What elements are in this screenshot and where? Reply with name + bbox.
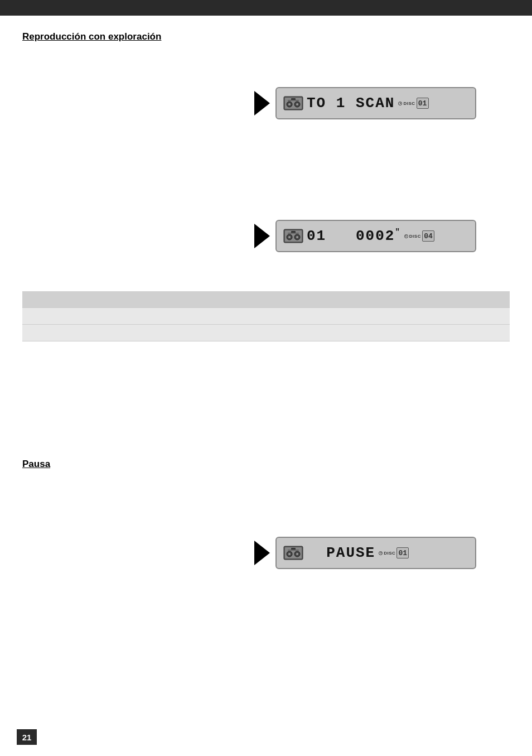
table-cell bbox=[168, 325, 510, 341]
svg-point-13 bbox=[296, 236, 298, 238]
disc-label-2: DISC bbox=[409, 234, 421, 239]
lcd-display-1: TO 1 SCAN DISC 01 bbox=[275, 87, 476, 119]
disc-label-3: DISC bbox=[384, 551, 395, 556]
lcd-text-1: TO 1 SCAN bbox=[307, 95, 395, 112]
svg-point-11 bbox=[288, 236, 291, 238]
lcd-text-2: 01 0002" bbox=[307, 228, 401, 244]
info-table bbox=[22, 291, 510, 341]
disc-dot-3 bbox=[379, 551, 383, 555]
disc-number-1: 01 bbox=[417, 98, 429, 109]
svg-point-3 bbox=[288, 103, 291, 105]
page-number: 21 bbox=[17, 729, 37, 745]
svg-point-5 bbox=[296, 103, 298, 105]
section1-title: Reproducción con exploración bbox=[22, 31, 510, 42]
pausa-section: Pausa bbox=[22, 459, 510, 569]
top-bar bbox=[0, 0, 532, 16]
disc-dot-1 bbox=[398, 102, 402, 105]
arrow-indicator-1 bbox=[254, 91, 270, 115]
lcd-display-2: 01 0002" DISC 04 bbox=[275, 220, 476, 252]
arrow-indicator-3 bbox=[254, 541, 270, 565]
table-row-2 bbox=[22, 325, 510, 341]
svg-rect-7 bbox=[288, 100, 299, 101]
disc-indicator-2: DISC 04 bbox=[404, 230, 434, 242]
table-cell bbox=[22, 325, 168, 341]
table-row-1 bbox=[22, 308, 510, 325]
tape-icon-3 bbox=[283, 545, 303, 561]
svg-rect-15 bbox=[288, 233, 299, 234]
display1-container: TO 1 SCAN DISC 01 bbox=[22, 87, 476, 119]
section2-title: Pausa bbox=[22, 459, 510, 470]
disc-indicator-1: DISC 01 bbox=[398, 98, 428, 109]
arrow-indicator-2 bbox=[254, 224, 270, 248]
svg-point-19 bbox=[288, 553, 291, 555]
svg-rect-23 bbox=[288, 550, 299, 551]
table-cell bbox=[168, 291, 510, 308]
display2-container: 01 0002" DISC 04 bbox=[22, 220, 476, 252]
table-cell bbox=[22, 291, 168, 308]
lcd-text-3: PAUSE bbox=[307, 545, 375, 561]
tape-icon-2 bbox=[283, 228, 303, 244]
disc-number-3: 01 bbox=[396, 547, 409, 558]
table-cell bbox=[22, 308, 168, 325]
svg-point-21 bbox=[296, 553, 298, 555]
table-row-header bbox=[22, 291, 510, 308]
disc-dot-2 bbox=[404, 234, 408, 238]
disc-number-2: 04 bbox=[422, 230, 434, 242]
disc-indicator-3: DISC 01 bbox=[379, 547, 409, 558]
tape-icon-1 bbox=[283, 95, 303, 111]
display3-container: PAUSE DISC 01 bbox=[22, 537, 476, 569]
table-cell bbox=[168, 308, 510, 325]
disc-label-1: DISC bbox=[403, 101, 415, 106]
lcd-display-3: PAUSE DISC 01 bbox=[275, 537, 476, 569]
